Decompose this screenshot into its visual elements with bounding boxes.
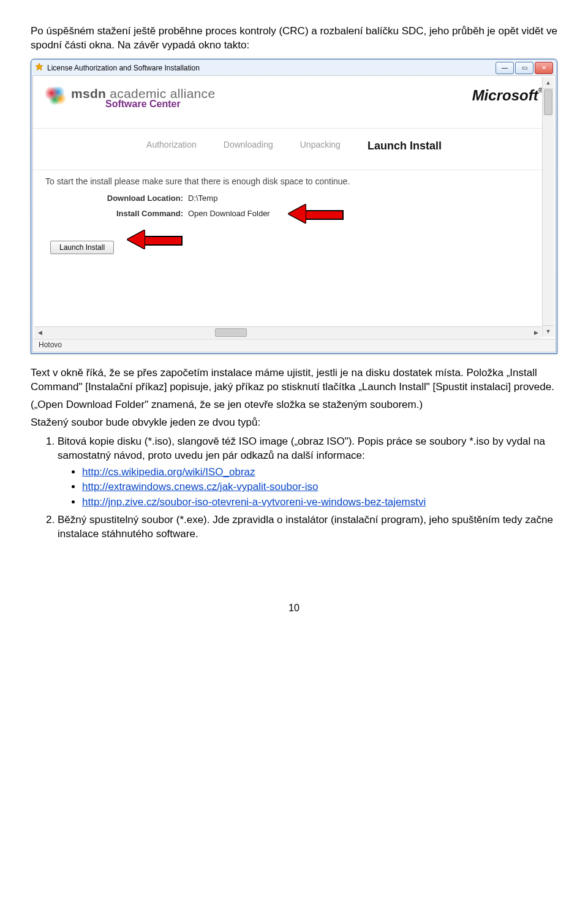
intro-paragraph: Po úspěšném stažení ještě proběhne proce… [31, 24, 557, 53]
scroll-down-icon[interactable]: ▼ [543, 325, 554, 337]
title-bar: License Authorization and Software Insta… [32, 61, 556, 75]
software-center-label: Software Center [105, 99, 215, 110]
divider [33, 170, 555, 170]
list-item: Bitová kopie disku (*.iso), slangově též… [58, 435, 557, 510]
explanation-paragraph-3: Stažený soubor bude obvykle jeden ze dvo… [31, 416, 557, 430]
cnews-iso-link[interactable]: http://extrawindows.cnews.cz/jak-vypalit… [82, 481, 318, 492]
step-downloading: Downloading [224, 140, 273, 153]
scroll-up-icon[interactable]: ▲ [543, 77, 554, 89]
step-unpacking: Unpacking [300, 140, 341, 153]
msdn-logo: msdn academic alliance Software Center [45, 87, 215, 110]
installer-window: License Authorization and Software Insta… [31, 59, 557, 354]
window-title: License Authorization and Software Insta… [47, 64, 200, 72]
download-location-value: D:\Temp [188, 194, 217, 203]
scroll-left-icon[interactable]: ◀ [34, 327, 45, 338]
msdn-text-bold: msdn [71, 86, 106, 100]
microsoft-logo: Microsoft® [472, 87, 543, 104]
page-number: 10 [31, 603, 557, 614]
horizontal-scrollbar[interactable]: ◀ ▶ [34, 326, 541, 338]
list-item: http://cs.wikipedia.org/wiki/ISO_obraz [82, 465, 557, 480]
wiki-iso-link[interactable]: http://cs.wikipedia.org/wiki/ISO_obraz [82, 466, 255, 478]
annotation-arrow-icon [288, 205, 344, 222]
install-instruction: To start the install please make sure th… [45, 176, 543, 186]
annotation-arrow-icon [127, 231, 183, 248]
explanation-paragraph-2: („Open Download Folder" znamená, že se j… [31, 398, 557, 412]
close-button[interactable]: ✕ [535, 62, 553, 74]
vertical-scrollbar[interactable]: ▲ ▼ [542, 77, 554, 337]
list-item: Běžný spustitelný soubor (*.exe). Jde zp… [58, 513, 557, 541]
scroll-right-icon[interactable]: ▶ [530, 327, 541, 338]
step-authorization: Authorization [146, 140, 197, 153]
maximize-button[interactable]: ▭ [515, 62, 533, 74]
status-bar: Hotovo [34, 339, 554, 351]
scroll-thumb-h[interactable] [215, 328, 247, 337]
list-item: http://jnp.zive.cz/soubor-iso-otevreni-a… [82, 495, 557, 510]
scroll-thumb[interactable] [544, 89, 552, 115]
list-item: http://extrawindows.cnews.cz/jak-vypalit… [82, 480, 557, 494]
divider [33, 128, 555, 129]
explanation-paragraph-1: Text v okně říká, že se přes započetím i… [31, 366, 557, 394]
minimize-button[interactable]: — [496, 62, 514, 74]
app-icon [35, 62, 43, 73]
step-tabs: Authorization Downloading Unpacking Laun… [45, 140, 543, 153]
install-command-value: Open Download Folder [188, 209, 270, 218]
step-launch-install: Launch Install [368, 140, 442, 153]
msdn-mark-icon [45, 87, 66, 108]
download-location-label: Download Location: [88, 194, 183, 203]
install-command-label: Install Command: [88, 209, 183, 218]
zive-iso-link[interactable]: http://jnp.zive.cz/soubor-iso-otevreni-a… [82, 496, 426, 508]
launch-install-button[interactable]: Launch Install [50, 241, 114, 254]
file-types-list: Bitová kopie disku (*.iso), slangově též… [45, 435, 557, 542]
li1-text: Bitová kopie disku (*.iso), slangově též… [58, 435, 545, 461]
svg-marker-0 [36, 63, 43, 70]
